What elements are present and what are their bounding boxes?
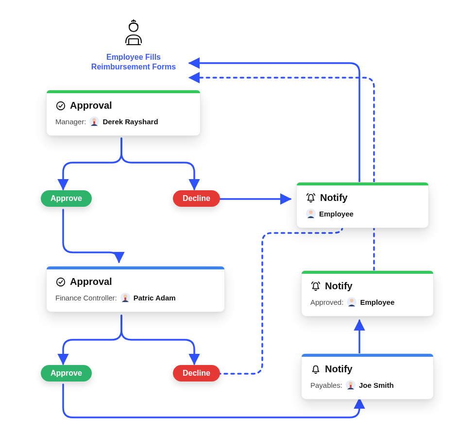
svg-rect-11 — [124, 298, 126, 300]
node-title: Notify — [325, 364, 353, 375]
role-label: Finance Controller: — [55, 294, 117, 302]
svg-point-8 — [57, 278, 65, 286]
svg-rect-5 — [94, 121, 96, 124]
svg-point-4 — [93, 118, 96, 122]
node-title: Approval — [70, 276, 112, 287]
node-title: Approval — [70, 100, 112, 111]
role-label: Payables: — [310, 381, 342, 389]
start-label-line2: Reimbursement Forms — [78, 62, 189, 72]
svg-point-7 — [309, 211, 312, 214]
start-label-line1: Employee Fills — [78, 52, 189, 62]
check-circle-icon — [55, 277, 66, 287]
avatar-icon — [306, 208, 316, 219]
person-name: Joe Smith — [359, 381, 394, 389]
role-label: Approved: — [310, 298, 343, 306]
person-name: Derek Rayshard — [102, 117, 158, 126]
role-label: Manager: — [55, 117, 86, 126]
node-notify-employee-declined: Notify Employee — [296, 182, 429, 228]
person-name: Employee — [319, 210, 354, 218]
check-circle-icon — [55, 100, 66, 111]
svg-point-13 — [350, 299, 354, 302]
person-name: Patric Adam — [134, 294, 176, 302]
pill-approve-2: Approve — [41, 365, 92, 382]
node-accent-bar — [47, 266, 224, 269]
avatar-icon — [346, 297, 357, 307]
node-accent-bar — [297, 183, 428, 185]
avatar-icon — [345, 380, 356, 390]
node-title: Notify — [320, 192, 348, 203]
pill-approve-1: Approve — [41, 190, 92, 207]
svg-rect-1 — [129, 39, 138, 45]
svg-point-15 — [349, 382, 352, 385]
pill-decline-2: Decline — [173, 365, 220, 382]
bell-ring-icon — [310, 281, 321, 292]
workflow-diagram: Employee Fills Reimbursement Forms Appro… — [0, 0, 476, 448]
avatar-icon — [120, 292, 131, 303]
avatar-icon — [89, 116, 100, 127]
svg-rect-16 — [350, 385, 352, 388]
node-approval-manager: Approval Manager: Derek Rayshard — [46, 90, 201, 136]
start-node: Employee Fills Reimbursement Forms — [78, 19, 189, 72]
bell-ring-icon — [306, 193, 316, 203]
node-accent-bar — [302, 271, 433, 274]
node-accent-bar — [302, 354, 433, 357]
node-title: Notify — [325, 281, 353, 292]
person-name: Employee — [360, 298, 394, 306]
bell-icon — [310, 364, 321, 375]
node-notify-employee-approved: Notify Approved: Employee — [301, 270, 434, 316]
node-notify-payables: Notify Payables: Joe Smith — [301, 353, 434, 399]
svg-point-2 — [57, 101, 65, 110]
node-accent-bar — [47, 90, 200, 93]
employee-at-laptop-icon — [118, 19, 149, 50]
node-approval-finance: Approval Finance Controller: Patric Adam — [46, 266, 225, 312]
pill-decline-1: Decline — [173, 190, 220, 207]
svg-point-10 — [123, 295, 127, 298]
